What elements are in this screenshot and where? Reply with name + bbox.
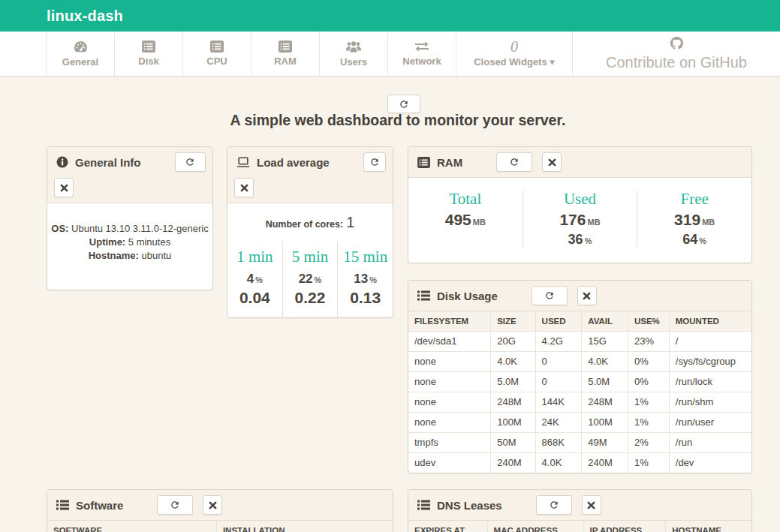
table-cell: 5.0M bbox=[491, 372, 535, 392]
widget-disk-usage: Disk Usage FILESYSTEMSIZEUSEDAVAILUSE%MO… bbox=[408, 280, 752, 473]
table-cell: 0% bbox=[628, 372, 669, 392]
closed-widgets-label: Closed Widgets ▾ bbox=[474, 56, 555, 68]
close-icon bbox=[240, 184, 248, 192]
widget-header: General Info bbox=[47, 147, 212, 203]
refresh-icon bbox=[399, 99, 409, 110]
widget-close-button[interactable] bbox=[203, 495, 222, 515]
widget-refresh-button[interactable] bbox=[175, 152, 206, 172]
nav-label: Disk bbox=[138, 56, 158, 67]
nav-item-github[interactable]: Contribute on GitHub bbox=[573, 32, 780, 76]
widget-close-button[interactable] bbox=[582, 495, 601, 515]
nav-item-ram[interactable]: RAM bbox=[251, 32, 320, 76]
widget-close-button[interactable] bbox=[54, 178, 74, 197]
close-icon bbox=[209, 501, 217, 509]
nav-item-general[interactable]: General bbox=[47, 32, 115, 76]
widget-refresh-button[interactable] bbox=[363, 152, 386, 172]
table-cell: /run/user bbox=[669, 413, 751, 433]
table-cell: 248M bbox=[491, 392, 535, 413]
nav-spacer bbox=[0, 32, 47, 76]
widget-title: Software bbox=[56, 499, 123, 512]
widget-refresh-button[interactable] bbox=[157, 495, 193, 515]
dns-leases-table: EXPIRES ATMAC ADDRESSIP ADDRESSHOSTNAME bbox=[408, 521, 751, 532]
table-cell: 1% bbox=[628, 392, 669, 413]
table-cell: 100M bbox=[582, 413, 628, 433]
caret-down-icon: ▾ bbox=[550, 56, 555, 68]
table-cell: /run/shm bbox=[669, 392, 751, 413]
table-cell: 248M bbox=[582, 392, 628, 413]
nav-item-network[interactable]: Network bbox=[388, 32, 456, 76]
widget-load-average: Load average Number of cores:1 1 min 4% … bbox=[227, 146, 393, 318]
nav-item-disk[interactable]: Disk bbox=[115, 32, 183, 76]
table-cell: 240M bbox=[491, 453, 535, 473]
disk-usage-table: FILESYSTEMSIZEUSEDAVAILUSE%MOUNTED/dev/s… bbox=[408, 311, 751, 473]
info-line-uptime: Uptime: 5 minutes bbox=[50, 236, 209, 249]
table-cell: none bbox=[408, 392, 491, 413]
close-icon bbox=[60, 184, 68, 192]
table-cell: 1% bbox=[628, 453, 669, 473]
closed-widgets-count: 0 bbox=[510, 40, 518, 53]
table-cell: 1% bbox=[628, 413, 669, 433]
close-icon bbox=[583, 292, 591, 300]
widget-header: RAM bbox=[408, 147, 751, 178]
table-cell: 4.0K bbox=[535, 453, 582, 473]
table-cell: 868K bbox=[535, 433, 582, 453]
widget-refresh-button[interactable] bbox=[532, 286, 568, 305]
widget-general-info: General Info OS: Ubuntu 13.10 3.11.0-12-… bbox=[47, 146, 213, 290]
column-header: MOUNTED bbox=[669, 311, 751, 332]
widget-title: General Info bbox=[56, 156, 141, 169]
table-cell: 5.0M bbox=[582, 372, 628, 392]
app-header: linux-dash bbox=[0, 0, 780, 32]
table-cell: none bbox=[408, 372, 491, 392]
widget-refresh-button[interactable] bbox=[496, 152, 532, 172]
list-alt-icon bbox=[210, 41, 224, 53]
software-table: SOFTWAREINSTALLATION bbox=[47, 521, 393, 532]
cores-value: 1 bbox=[346, 214, 354, 230]
table-cell: /run/lock bbox=[669, 372, 751, 392]
page-refresh-button[interactable] bbox=[387, 95, 420, 113]
table-cell: 50M bbox=[491, 433, 535, 453]
info-circle-icon bbox=[56, 156, 68, 168]
widget-ram: RAM Total 495MB Used 176MB 36% Fr bbox=[408, 146, 752, 263]
github-icon bbox=[670, 37, 683, 53]
load-interval-1min: 1 min 4% 0.04 bbox=[227, 242, 282, 317]
refresh-icon bbox=[549, 500, 559, 510]
users-icon bbox=[345, 41, 362, 53]
table-cell: 15G bbox=[582, 332, 628, 352]
nav-label: Network bbox=[402, 56, 441, 67]
nav-item-closed-widgets[interactable]: 0 Closed Widgets ▾ bbox=[456, 32, 573, 76]
table-cell: 4.2G bbox=[535, 332, 582, 352]
widget-header: Software bbox=[47, 490, 393, 521]
widget-refresh-button[interactable] bbox=[536, 495, 572, 515]
refresh-icon bbox=[509, 157, 519, 167]
ram-body: Total 495MB Used 176MB 36% Free 319MB 64… bbox=[408, 178, 751, 263]
table-cell: /run bbox=[669, 433, 751, 453]
table-header-row: SOFTWAREINSTALLATION bbox=[47, 521, 393, 532]
table-row: /dev/sda120G4.2G15G23%/ bbox=[408, 332, 751, 352]
widget-close-button[interactable] bbox=[542, 152, 562, 172]
list-icon bbox=[417, 290, 430, 301]
list-icon bbox=[56, 500, 69, 510]
table-cell: 49M bbox=[582, 433, 628, 453]
widget-close-button[interactable] bbox=[234, 178, 254, 197]
widget-close-button[interactable] bbox=[577, 286, 597, 305]
table-cell: 24K bbox=[535, 413, 582, 433]
column-header: AVAIL bbox=[582, 311, 628, 332]
widget-header: Disk Usage bbox=[408, 281, 751, 311]
general-info-body: OS: Ubuntu 13.10 3.11.0-12-generic Uptim… bbox=[47, 203, 212, 290]
table-row: none5.0M05.0M0%/run/lock bbox=[408, 372, 751, 392]
refresh-icon bbox=[170, 500, 180, 510]
widget-title: RAM bbox=[417, 156, 462, 169]
ram-stat-free: Free 319MB 64% bbox=[637, 190, 751, 248]
transfer-arrows-icon bbox=[414, 41, 430, 53]
column-header: SOFTWARE bbox=[47, 521, 216, 532]
table-cell: 23% bbox=[628, 332, 669, 352]
info-line-hostname: Hostname: ubuntu bbox=[50, 249, 209, 263]
table-cell: 0 bbox=[535, 372, 582, 392]
table-cell: /dev/sda1 bbox=[408, 332, 491, 352]
nav-item-users[interactable]: Users bbox=[320, 32, 388, 76]
table-cell: 4.0K bbox=[491, 352, 535, 372]
nav-item-cpu[interactable]: CPU bbox=[183, 32, 251, 76]
column-header: FILESYSTEM bbox=[408, 311, 491, 332]
app-title: linux-dash bbox=[47, 8, 123, 25]
table-row: tmpfs50M868K49M2%/run bbox=[408, 433, 751, 453]
